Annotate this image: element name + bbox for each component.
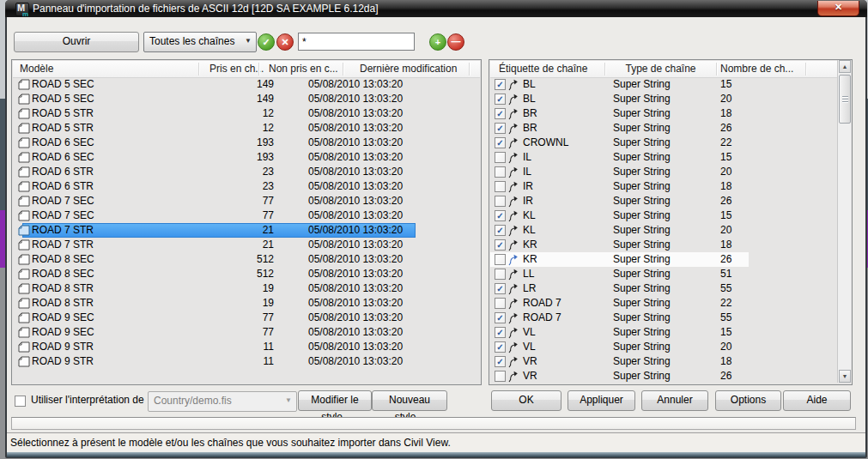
style-file-select[interactable]: Country/demo.fis ▼ <box>148 391 297 412</box>
chain-row[interactable]: ROAD 7Super String22 <box>490 296 837 311</box>
chain-row[interactable]: ✓KLSuper String20 <box>490 223 837 238</box>
model-row[interactable]: ROAD 5 SEC14905/08/2010 13:03:20 <box>13 92 480 106</box>
model-row[interactable]: ROAD 9 STR1105/08/2010 13:03:20 <box>13 340 480 354</box>
chain-row[interactable]: ✓BLSuper String15 <box>490 77 837 92</box>
ok-button[interactable]: OK <box>491 390 561 411</box>
vertical-scrollbar[interactable]: ▲ ▼ <box>837 60 851 383</box>
chain-checkbox[interactable] <box>495 152 506 163</box>
interpretation-label[interactable]: Utiliser l'interprétation de <box>31 393 144 408</box>
col-type[interactable]: Type de chaîne <box>604 61 717 77</box>
model-row[interactable]: ROAD 6 STR2305/08/2010 13:03:20 <box>13 179 480 194</box>
col-nombre[interactable]: Nombre de ch... <box>720 61 793 77</box>
chain-checkbox[interactable]: ✓ <box>495 283 506 294</box>
chain-checkbox[interactable] <box>495 371 506 382</box>
model-row[interactable]: ROAD 8 SEC51205/08/2010 13:03:20 <box>13 267 480 281</box>
model-row[interactable]: ROAD 7 SEC7705/08/2010 13:03:20 <box>13 194 480 208</box>
plus-circle-icon[interactable]: + <box>429 33 446 51</box>
model-row[interactable]: ROAD 6 SEC19305/08/2010 13:03:20 <box>13 150 480 165</box>
chain-row[interactable]: ✓CROWNLSuper String22 <box>490 136 837 150</box>
cancel-button[interactable]: Annuler <box>641 390 708 411</box>
chain-row[interactable]: VRSuper String26 <box>490 369 837 384</box>
chain-checkbox[interactable] <box>495 269 506 280</box>
chain-checkbox[interactable]: ✓ <box>495 327 506 338</box>
minus-circle-icon[interactable]: — <box>447 33 464 51</box>
options-button[interactable]: Options <box>715 390 781 411</box>
open-button[interactable]: Ouvrir <box>14 32 139 52</box>
chain-checkbox[interactable] <box>495 166 506 178</box>
col-modele[interactable]: Modèle <box>20 61 53 77</box>
chain-checkbox[interactable] <box>495 196 506 207</box>
model-row[interactable]: ROAD 9 SEC7705/08/2010 13:03:20 <box>13 325 480 340</box>
col-pris[interactable]: Pris en ch... <box>209 61 264 77</box>
chain-checkbox[interactable]: ✓ <box>495 137 506 148</box>
new-style-button[interactable]: Nouveau style... <box>372 390 447 411</box>
column-separator[interactable] <box>716 63 718 75</box>
chain-row[interactable]: KRSuper String26 <box>490 252 837 267</box>
model-row[interactable]: ROAD 9 SEC7705/08/2010 13:03:20 <box>13 311 480 325</box>
chain-row[interactable]: ✓BRSuper String18 <box>490 106 837 121</box>
model-row[interactable]: ROAD 6 SEC19305/08/2010 13:03:20 <box>13 136 480 150</box>
chain-row[interactable]: IRSuper String18 <box>490 179 837 194</box>
column-separator[interactable] <box>343 63 344 75</box>
column-separator[interactable] <box>258 63 260 75</box>
chain-checkbox[interactable]: ✓ <box>495 312 506 323</box>
model-row[interactable]: ROAD 5 SEC14905/08/2010 13:03:20 <box>13 77 480 92</box>
chain-row[interactable]: ILSuper String20 <box>490 165 837 179</box>
model-row[interactable]: ROAD 7 STR2105/08/2010 13:03:20 <box>13 238 480 252</box>
model-row[interactable]: ROAD 9 STR1105/08/2010 13:03:20 <box>13 354 480 369</box>
chain-checkbox[interactable]: ✓ <box>495 210 506 221</box>
chain-row[interactable]: ✓VLSuper String15 <box>490 325 837 340</box>
pattern-input[interactable] <box>298 33 415 51</box>
chain-row[interactable]: ✓KLSuper String15 <box>490 208 837 223</box>
chain-row[interactable]: ✓BLSuper String20 <box>490 92 837 106</box>
chain-row[interactable]: ✓VRSuper String18 <box>490 354 837 369</box>
chain-checkbox[interactable]: ✓ <box>495 356 506 367</box>
scroll-up-button[interactable]: ▲ <box>839 60 851 73</box>
model-table-header[interactable]: Modèle Pris en ch... Non pris en c... De… <box>13 61 480 78</box>
interpretation-checkbox[interactable] <box>15 396 26 407</box>
chain-checkbox[interactable]: ✓ <box>495 108 506 119</box>
model-row[interactable]: ROAD 5 STR1205/08/2010 13:03:20 <box>13 106 480 121</box>
col-etiquette[interactable]: Étiquette de chaîne <box>499 61 587 77</box>
chain-row[interactable]: ✓VLSuper String20 <box>490 340 837 354</box>
chain-row[interactable]: ✓BRSuper String26 <box>490 121 837 136</box>
chain-checkbox[interactable]: ✓ <box>495 225 506 236</box>
chain-filter-select[interactable]: Toutes les chaînes ▼ <box>143 32 257 52</box>
col-non-pris[interactable]: Non pris en c... <box>269 61 338 77</box>
model-row[interactable]: ROAD 7 SEC7705/08/2010 13:03:20 <box>13 208 480 223</box>
title-bar[interactable]: Mm Panneau d'importation de fichiers de … <box>5 0 867 17</box>
chain-checkbox[interactable]: ✓ <box>495 239 506 251</box>
column-separator[interactable] <box>805 63 807 75</box>
edit-style-button[interactable]: Modifier le style.. <box>298 390 372 411</box>
chain-row[interactable]: ✓ROAD 7Super String55 <box>490 311 837 325</box>
chain-row[interactable]: LLSuper String51 <box>490 267 837 281</box>
col-derniere-modification[interactable]: Dernière modification <box>360 61 457 77</box>
help-button[interactable]: Aide <box>783 390 851 411</box>
chain-row[interactable]: ✓KRSuper String18 <box>490 238 837 252</box>
column-separator[interactable] <box>469 63 470 75</box>
model-row[interactable]: ROAD 7 STR2105/08/2010 13:03:20 <box>13 223 480 238</box>
chain-row[interactable]: IRSuper String26 <box>490 194 837 208</box>
scrollbar-thumb[interactable] <box>839 75 851 124</box>
model-row[interactable]: ROAD 5 STR1205/08/2010 13:03:20 <box>13 121 480 136</box>
chain-checkbox[interactable] <box>495 298 506 309</box>
scroll-down-button[interactable]: ▼ <box>839 370 851 383</box>
chain-checkbox[interactable]: ✓ <box>495 123 506 134</box>
model-row[interactable]: ROAD 8 SEC51205/08/2010 13:03:20 <box>13 252 480 267</box>
model-row[interactable]: ROAD 6 STR2305/08/2010 13:03:20 <box>13 165 480 179</box>
close-button[interactable]: ✕ <box>817 1 859 16</box>
model-row[interactable]: ROAD 8 STR1905/08/2010 13:03:20 <box>13 281 480 296</box>
chain-row[interactable]: ✓LRSuper String55 <box>490 281 837 296</box>
chain-table-header[interactable]: Étiquette de chaîne Type de chaîne Nombr… <box>490 61 837 78</box>
apply-button[interactable]: Appliquer <box>568 390 635 411</box>
column-separator[interactable] <box>198 63 200 75</box>
cross-circle-icon[interactable]: ✕ <box>276 33 294 51</box>
chain-row[interactable]: ILSuper String15 <box>490 150 837 165</box>
chain-checkbox[interactable]: ✓ <box>495 94 506 105</box>
check-circle-icon[interactable]: ✓ <box>258 33 275 51</box>
chain-checkbox[interactable]: ✓ <box>495 79 506 90</box>
model-row[interactable]: ROAD 8 STR1905/08/2010 13:03:20 <box>13 296 480 311</box>
chain-checkbox[interactable] <box>495 254 506 265</box>
chain-checkbox[interactable]: ✓ <box>495 341 506 353</box>
chain-checkbox[interactable] <box>495 181 506 192</box>
